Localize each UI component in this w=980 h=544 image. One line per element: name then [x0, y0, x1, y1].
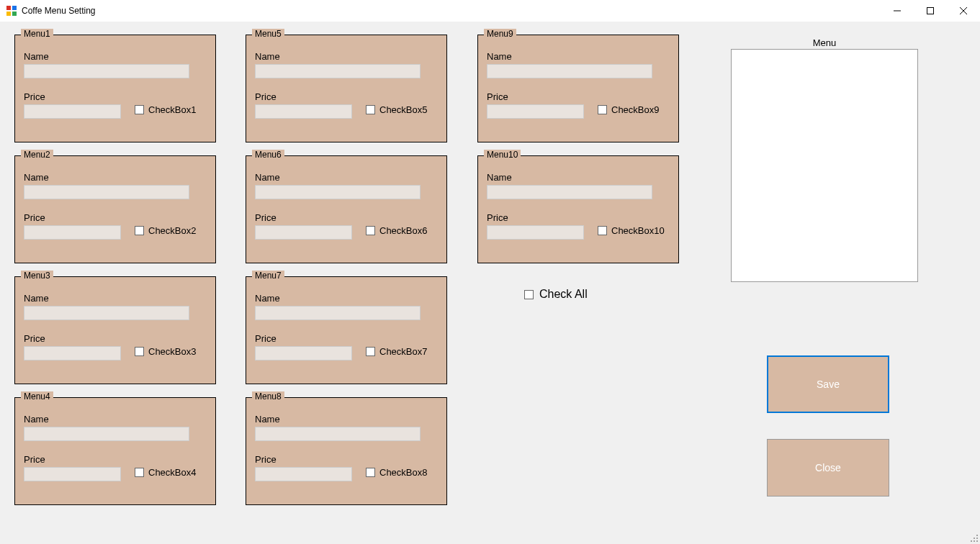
checkbox-icon — [366, 105, 375, 114]
price-label: Price — [24, 333, 45, 344]
save-button[interactable]: Save — [767, 355, 889, 413]
checkbox-label: CheckBox6 — [379, 225, 427, 236]
checkbox-4[interactable]: CheckBox4 — [135, 467, 196, 478]
name-label: Name — [24, 172, 49, 183]
name-input[interactable] — [487, 185, 652, 199]
svg-rect-2 — [6, 12, 11, 16]
checkbox-label: CheckBox5 — [379, 104, 427, 115]
checkbox-2[interactable]: CheckBox2 — [135, 225, 196, 236]
menu-list-header: Menu — [731, 37, 918, 48]
close-button[interactable]: Close — [767, 439, 889, 497]
price-input[interactable] — [24, 104, 121, 119]
checkbox-icon — [135, 347, 144, 356]
name-input[interactable] — [24, 427, 189, 441]
price-input[interactable] — [24, 225, 121, 240]
name-input[interactable] — [255, 185, 421, 199]
titlebar: Coffe Menu Setting — [0, 0, 980, 22]
check-all-checkbox[interactable]: Check All — [524, 288, 588, 301]
name-input[interactable] — [487, 64, 652, 78]
checkbox-icon — [135, 468, 144, 477]
groupbox-legend: Menu5 — [252, 29, 284, 39]
checkbox-7[interactable]: CheckBox7 — [366, 346, 427, 357]
check-all-label: Check All — [539, 288, 588, 301]
price-label: Price — [487, 91, 508, 102]
groupbox-legend: Menu1 — [21, 29, 53, 39]
menu-groupbox-10: Menu10NamePriceCheckBox10 — [477, 155, 679, 263]
price-label: Price — [255, 91, 277, 102]
groupbox-legend: Menu8 — [252, 391, 284, 402]
checkbox-10[interactable]: CheckBox10 — [598, 225, 665, 236]
groupbox-legend: Menu7 — [252, 271, 284, 281]
checkbox-label: CheckBox1 — [148, 104, 196, 115]
svg-rect-5 — [927, 8, 934, 14]
svg-rect-1 — [12, 6, 17, 10]
checkbox-3[interactable]: CheckBox3 — [135, 346, 196, 357]
checkbox-9[interactable]: CheckBox9 — [598, 104, 659, 115]
price-input[interactable] — [255, 346, 352, 361]
svg-point-9 — [974, 538, 975, 539]
svg-rect-0 — [6, 6, 11, 10]
name-input[interactable] — [255, 64, 421, 78]
close-window-button[interactable] — [947, 0, 980, 22]
window-controls — [881, 0, 980, 22]
client-area: Check All Menu Save Close Menu1NamePrice… — [0, 22, 980, 544]
name-label: Name — [24, 51, 49, 62]
name-label: Name — [255, 293, 280, 304]
menu-groupbox-3: Menu3NamePriceCheckBox3 — [14, 276, 216, 384]
name-input[interactable] — [24, 185, 189, 199]
price-input[interactable] — [24, 467, 121, 481]
menu-listbox[interactable] — [731, 49, 918, 282]
checkbox-label: CheckBox9 — [611, 104, 659, 115]
svg-rect-3 — [12, 12, 17, 16]
svg-point-13 — [976, 540, 978, 542]
name-input[interactable] — [255, 427, 421, 441]
name-label: Name — [24, 293, 49, 304]
svg-point-8 — [976, 535, 978, 536]
save-button-label: Save — [817, 378, 840, 390]
checkbox-8[interactable]: CheckBox8 — [366, 467, 427, 478]
menu-groupbox-7: Menu7NamePriceCheckBox7 — [246, 276, 447, 384]
menu-groupbox-1: Menu1NamePriceCheckBox1 — [14, 35, 216, 142]
name-label: Name — [255, 414, 280, 425]
checkbox-icon — [366, 468, 375, 477]
price-input[interactable] — [255, 225, 352, 240]
name-label: Name — [487, 172, 512, 183]
checkbox-icon — [524, 290, 534, 299]
menu-groupbox-9: Menu9NamePriceCheckBox9 — [477, 35, 679, 142]
price-input[interactable] — [255, 467, 352, 481]
price-label: Price — [24, 212, 45, 223]
name-input[interactable] — [255, 306, 421, 320]
resize-grip-icon[interactable] — [970, 534, 979, 543]
checkbox-icon — [598, 226, 607, 235]
groupbox-legend: Menu2 — [21, 150, 53, 160]
checkbox-label: CheckBox7 — [379, 346, 427, 357]
price-input[interactable] — [24, 346, 121, 361]
svg-point-10 — [976, 538, 978, 539]
checkbox-1[interactable]: CheckBox1 — [135, 104, 196, 115]
checkbox-6[interactable]: CheckBox6 — [366, 225, 427, 236]
menu-groupbox-4: Menu4NamePriceCheckBox4 — [14, 397, 216, 505]
close-button-label: Close — [815, 462, 841, 473]
name-label: Name — [487, 51, 512, 62]
price-label: Price — [487, 212, 508, 223]
checkbox-5[interactable]: CheckBox5 — [366, 104, 427, 115]
checkbox-icon — [135, 226, 144, 235]
name-input[interactable] — [24, 64, 189, 78]
price-input[interactable] — [487, 104, 584, 119]
name-label: Name — [255, 51, 280, 62]
checkbox-label: CheckBox3 — [148, 346, 196, 357]
name-input[interactable] — [24, 306, 189, 320]
minimize-button[interactable] — [881, 0, 914, 22]
menu-groupbox-5: Menu5NamePriceCheckBox5 — [246, 35, 447, 142]
checkbox-icon — [366, 347, 375, 356]
svg-point-12 — [974, 540, 975, 542]
menu-groupbox-8: Menu8NamePriceCheckBox8 — [246, 397, 447, 505]
maximize-button[interactable] — [914, 0, 947, 22]
checkbox-label: CheckBox8 — [379, 467, 427, 478]
price-label: Price — [24, 91, 45, 102]
price-label: Price — [255, 454, 277, 465]
checkbox-label: CheckBox2 — [148, 225, 196, 236]
price-input[interactable] — [255, 104, 352, 119]
price-input[interactable] — [487, 225, 584, 240]
name-label: Name — [24, 414, 49, 425]
